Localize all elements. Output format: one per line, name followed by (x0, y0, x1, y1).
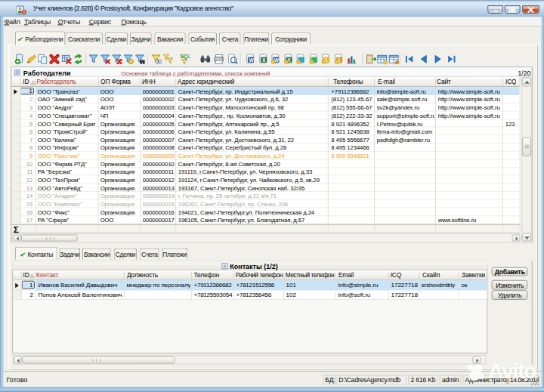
svg-text:W: W (249, 57, 254, 63)
svg-text:X: X (262, 57, 266, 63)
svg-text:SQL: SQL (181, 54, 191, 60)
